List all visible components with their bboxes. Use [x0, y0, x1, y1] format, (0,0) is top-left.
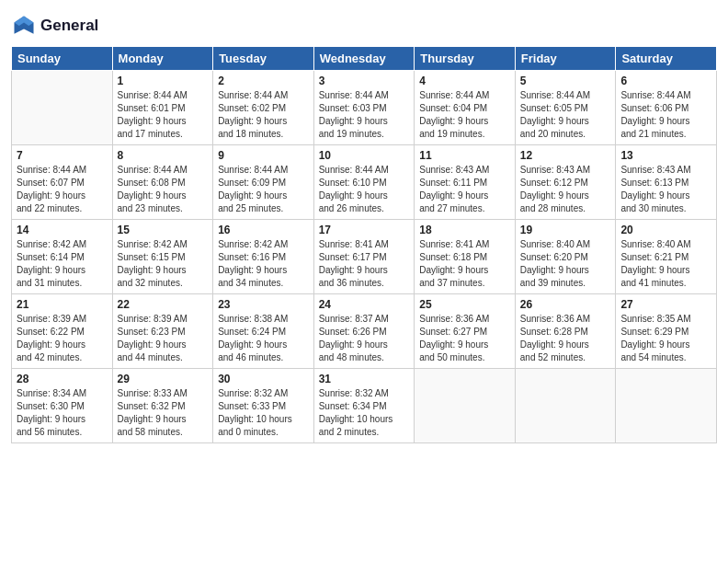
- cell-info: Sunrise: 8:38 AM Sunset: 6:24 PM Dayligh…: [218, 313, 309, 364]
- calendar-cell: 3Sunrise: 8:44 AM Sunset: 6:03 PM Daylig…: [313, 71, 415, 145]
- calendar-page: General SundayMondayTuesdayWednesdayThur…: [0, 0, 728, 563]
- calendar-cell: 19Sunrise: 8:40 AM Sunset: 6:20 PM Dayli…: [515, 220, 616, 294]
- cell-info: Sunrise: 8:43 AM Sunset: 6:13 PM Dayligh…: [620, 164, 711, 215]
- cell-info: Sunrise: 8:34 AM Sunset: 6:30 PM Dayligh…: [17, 387, 108, 439]
- calendar-cell: 20Sunrise: 8:40 AM Sunset: 6:21 PM Dayli…: [616, 220, 717, 294]
- day-number: 6: [620, 75, 711, 87]
- calendar-cell: 26Sunrise: 8:36 AM Sunset: 6:28 PM Dayli…: [515, 294, 616, 369]
- calendar-cell: 23Sunrise: 8:38 AM Sunset: 6:24 PM Dayli…: [213, 294, 314, 369]
- calendar-cell: 9Sunrise: 8:44 AM Sunset: 6:09 PM Daylig…: [213, 145, 314, 220]
- day-number: 21: [17, 298, 108, 311]
- day-number: 26: [520, 298, 611, 311]
- calendar-cell: 22Sunrise: 8:39 AM Sunset: 6:23 PM Dayli…: [112, 294, 213, 369]
- cell-info: Sunrise: 8:41 AM Sunset: 6:18 PM Dayligh…: [419, 238, 510, 290]
- day-number: 18: [419, 224, 510, 236]
- calendar-cell: 21Sunrise: 8:39 AM Sunset: 6:22 PM Dayli…: [12, 294, 113, 369]
- cell-info: Sunrise: 8:43 AM Sunset: 6:12 PM Dayligh…: [520, 164, 611, 215]
- day-number: 25: [419, 298, 510, 311]
- day-number: 3: [319, 75, 410, 87]
- calendar-cell: 16Sunrise: 8:42 AM Sunset: 6:16 PM Dayli…: [213, 220, 314, 294]
- cell-info: Sunrise: 8:44 AM Sunset: 6:03 PM Dayligh…: [319, 89, 410, 141]
- calendar-cell: 7Sunrise: 8:44 AM Sunset: 6:07 PM Daylig…: [12, 145, 113, 220]
- calendar-cell: 17Sunrise: 8:41 AM Sunset: 6:17 PM Dayli…: [313, 220, 415, 294]
- day-number: 30: [218, 373, 309, 385]
- logo: General: [11, 13, 98, 39]
- cell-info: Sunrise: 8:43 AM Sunset: 6:11 PM Dayligh…: [419, 164, 510, 215]
- day-number: 14: [17, 224, 108, 236]
- cell-info: Sunrise: 8:36 AM Sunset: 6:27 PM Dayligh…: [419, 313, 510, 364]
- calendar-cell: [415, 369, 516, 443]
- day-number: 12: [520, 149, 611, 162]
- calendar-cell: [515, 369, 616, 443]
- day-number: 5: [520, 75, 611, 87]
- day-number: 1: [118, 75, 209, 87]
- day-number: 2: [218, 75, 309, 87]
- week-row-1: 1Sunrise: 8:44 AM Sunset: 6:01 PM Daylig…: [12, 71, 717, 145]
- cell-info: Sunrise: 8:44 AM Sunset: 6:01 PM Dayligh…: [118, 89, 209, 141]
- calendar-cell: 11Sunrise: 8:43 AM Sunset: 6:11 PM Dayli…: [415, 145, 516, 220]
- cell-info: Sunrise: 8:35 AM Sunset: 6:29 PM Dayligh…: [620, 313, 711, 364]
- calendar-cell: 1Sunrise: 8:44 AM Sunset: 6:01 PM Daylig…: [112, 71, 213, 145]
- day-number: 22: [118, 298, 209, 311]
- calendar-cell: 14Sunrise: 8:42 AM Sunset: 6:14 PM Dayli…: [12, 220, 113, 294]
- calendar-cell: [12, 71, 113, 145]
- day-number: 17: [319, 224, 410, 236]
- week-row-2: 7Sunrise: 8:44 AM Sunset: 6:07 PM Daylig…: [12, 145, 717, 220]
- day-number: 28: [17, 373, 108, 385]
- calendar-table: SundayMondayTuesdayWednesdayThursdayFrid…: [11, 46, 717, 443]
- logo-icon: [11, 13, 37, 39]
- cell-info: Sunrise: 8:42 AM Sunset: 6:15 PM Dayligh…: [118, 238, 209, 290]
- cell-info: Sunrise: 8:40 AM Sunset: 6:20 PM Dayligh…: [520, 238, 611, 290]
- day-number: 15: [118, 224, 209, 236]
- cell-info: Sunrise: 8:44 AM Sunset: 6:07 PM Dayligh…: [17, 164, 108, 215]
- calendar-cell: 2Sunrise: 8:44 AM Sunset: 6:02 PM Daylig…: [213, 71, 314, 145]
- week-row-3: 14Sunrise: 8:42 AM Sunset: 6:14 PM Dayli…: [12, 220, 717, 294]
- day-header-friday: Friday: [515, 47, 616, 71]
- calendar-cell: 28Sunrise: 8:34 AM Sunset: 6:30 PM Dayli…: [12, 369, 113, 443]
- calendar-cell: 18Sunrise: 8:41 AM Sunset: 6:18 PM Dayli…: [415, 220, 516, 294]
- day-number: 16: [218, 224, 309, 236]
- cell-info: Sunrise: 8:39 AM Sunset: 6:23 PM Dayligh…: [118, 313, 209, 364]
- calendar-cell: 27Sunrise: 8:35 AM Sunset: 6:29 PM Dayli…: [616, 294, 717, 369]
- cell-info: Sunrise: 8:44 AM Sunset: 6:08 PM Dayligh…: [118, 164, 209, 215]
- day-number: 13: [620, 149, 711, 162]
- day-number: 8: [118, 149, 209, 162]
- day-header-saturday: Saturday: [616, 47, 717, 71]
- logo-text: General: [40, 17, 98, 35]
- week-row-5: 28Sunrise: 8:34 AM Sunset: 6:30 PM Dayli…: [12, 369, 717, 443]
- cell-info: Sunrise: 8:44 AM Sunset: 6:10 PM Dayligh…: [319, 164, 410, 215]
- cell-info: Sunrise: 8:36 AM Sunset: 6:28 PM Dayligh…: [520, 313, 611, 364]
- day-number: 27: [620, 298, 711, 311]
- calendar-cell: 6Sunrise: 8:44 AM Sunset: 6:06 PM Daylig…: [616, 71, 717, 145]
- calendar-cell: 25Sunrise: 8:36 AM Sunset: 6:27 PM Dayli…: [415, 294, 516, 369]
- day-header-monday: Monday: [112, 47, 213, 71]
- day-number: 9: [218, 149, 309, 162]
- calendar-cell: 29Sunrise: 8:33 AM Sunset: 6:32 PM Dayli…: [112, 369, 213, 443]
- calendar-cell: 24Sunrise: 8:37 AM Sunset: 6:26 PM Dayli…: [313, 294, 415, 369]
- calendar-cell: 31Sunrise: 8:32 AM Sunset: 6:34 PM Dayli…: [313, 369, 415, 443]
- day-header-tuesday: Tuesday: [213, 47, 314, 71]
- day-number: 31: [319, 373, 410, 385]
- day-number: 19: [520, 224, 611, 236]
- cell-info: Sunrise: 8:32 AM Sunset: 6:34 PM Dayligh…: [319, 387, 410, 439]
- day-number: 23: [218, 298, 309, 311]
- day-number: 7: [17, 149, 108, 162]
- calendar-header-row: SundayMondayTuesdayWednesdayThursdayFrid…: [12, 47, 717, 71]
- cell-info: Sunrise: 8:41 AM Sunset: 6:17 PM Dayligh…: [319, 238, 410, 290]
- week-row-4: 21Sunrise: 8:39 AM Sunset: 6:22 PM Dayli…: [12, 294, 717, 369]
- day-number: 24: [319, 298, 410, 311]
- cell-info: Sunrise: 8:44 AM Sunset: 6:05 PM Dayligh…: [520, 89, 611, 141]
- day-number: 29: [118, 373, 209, 385]
- cell-info: Sunrise: 8:44 AM Sunset: 6:06 PM Dayligh…: [620, 89, 711, 141]
- calendar-cell: 5Sunrise: 8:44 AM Sunset: 6:05 PM Daylig…: [515, 71, 616, 145]
- calendar-cell: 13Sunrise: 8:43 AM Sunset: 6:13 PM Dayli…: [616, 145, 717, 220]
- cell-info: Sunrise: 8:33 AM Sunset: 6:32 PM Dayligh…: [118, 387, 209, 439]
- calendar-cell: 8Sunrise: 8:44 AM Sunset: 6:08 PM Daylig…: [112, 145, 213, 220]
- calendar-cell: 15Sunrise: 8:42 AM Sunset: 6:15 PM Dayli…: [112, 220, 213, 294]
- calendar-cell: 10Sunrise: 8:44 AM Sunset: 6:10 PM Dayli…: [313, 145, 415, 220]
- cell-info: Sunrise: 8:32 AM Sunset: 6:33 PM Dayligh…: [218, 387, 309, 439]
- cell-info: Sunrise: 8:39 AM Sunset: 6:22 PM Dayligh…: [17, 313, 108, 364]
- day-number: 10: [319, 149, 410, 162]
- day-header-sunday: Sunday: [12, 47, 113, 71]
- cell-info: Sunrise: 8:40 AM Sunset: 6:21 PM Dayligh…: [620, 238, 711, 290]
